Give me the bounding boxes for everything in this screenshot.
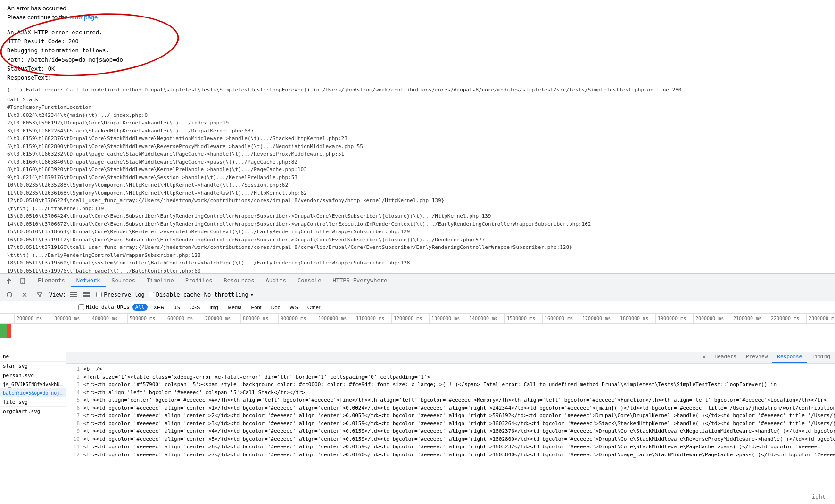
fatal-error-line: ( ! ) Fatal error: Call to undefined met… xyxy=(7,86,828,94)
ajax-error-block: An AJAX HTTP error occurred. HTTP Result… xyxy=(7,28,828,83)
file-item-file[interactable]: file.svg xyxy=(0,397,66,407)
filter-toolbar: Hide data URLs All XHR JS CSS Img Media … xyxy=(0,301,835,314)
svg-point-2 xyxy=(7,292,12,297)
network-waterfall xyxy=(0,324,835,352)
filter-js-btn[interactable]: JS xyxy=(171,304,183,311)
preserve-log-label: Preserve log xyxy=(104,291,145,298)
stack-trace-header: #TimeMemoryFunctionLocation xyxy=(7,104,828,112)
stack-line-3: 3\t0.0159\t1602264\tStack\StackedHttpKer… xyxy=(7,127,828,135)
tab-elements[interactable]: Elements xyxy=(32,275,71,287)
file-item-ne[interactable]: ne xyxy=(0,352,66,362)
throttle-chevron-icon: ▾ xyxy=(250,291,254,298)
tab-network[interactable]: Network xyxy=(71,275,106,287)
status-text-line: StatusText: OK xyxy=(7,65,828,74)
response-tab-preview[interactable]: Preview xyxy=(741,352,772,363)
disable-cache-input[interactable] xyxy=(149,292,154,297)
file-item-person[interactable]: person.svg xyxy=(0,371,66,380)
error-page-link[interactable]: error page xyxy=(69,14,98,21)
stack-trace-container: 1\t0.0024\t242344\t{main}(\t).../ index.… xyxy=(7,112,828,273)
stack-line-17b: \t\t\t( ).../EarlyRenderingControllerWra… xyxy=(7,252,828,260)
stack-line-9: 9\t0.0214\t1879176\tDrupal\Core\StackMid… xyxy=(7,174,828,182)
filter-ws-btn[interactable]: WS xyxy=(286,304,301,311)
svg-rect-6 xyxy=(70,292,77,293)
file-item-orgchart[interactable]: orgchart.svg xyxy=(0,407,66,416)
filter-xhr-btn[interactable]: XHR xyxy=(150,304,168,311)
ajax-error-line: An AJAX HTTP error occurred. xyxy=(7,28,828,37)
tick-11: 1300000 ms xyxy=(429,314,467,323)
stack-line-11: 11\t0.0235\t2036168\tSymfony\Component\H… xyxy=(7,190,828,198)
filter-icon[interactable] xyxy=(34,289,45,300)
tab-console[interactable]: Console xyxy=(292,275,327,287)
stack-line-14: 14\t0.0510\t3706672\tDrupal\Core\EventSu… xyxy=(7,221,828,229)
stack-line-10: 10\t0.0235\t2035288\tSymfony\Component\H… xyxy=(7,182,828,190)
stack-line-19: 19\t0.0511\t3719976\t_batch_page(\t).../… xyxy=(7,267,828,273)
file-item-star[interactable]: star.svg xyxy=(0,362,66,371)
tab-sources[interactable]: Sources xyxy=(106,275,141,287)
response-close-button[interactable]: ✕ xyxy=(699,352,710,363)
error-text: An error has occurred. xyxy=(7,5,68,12)
response-panel: ✕ Headers Preview Response Timing 1<br /… xyxy=(66,352,835,484)
filter-font-btn[interactable]: Font xyxy=(248,304,265,311)
stack-line-13: 13\t0.0510\t3706424\tDrupal\Core\EventSu… xyxy=(7,213,828,221)
tick-12: 1400000 ms xyxy=(467,314,504,323)
stack-line-1: 1\t0.0024\t242344\t{main}(\t).../ index.… xyxy=(7,112,828,120)
svg-rect-7 xyxy=(70,294,77,295)
tick-19: 2100000 ms xyxy=(731,314,769,323)
mobile-icon[interactable] xyxy=(17,275,28,287)
waterfall-bar-2 xyxy=(7,324,11,338)
filter-media-btn[interactable]: Media xyxy=(224,304,245,311)
stack-line-18: 18\t0.0511\t3719560\tDrupal\system\Contr… xyxy=(7,259,828,267)
record-icon[interactable] xyxy=(4,289,15,300)
tick-4: 600000 ms xyxy=(165,314,203,323)
throttle-dropdown[interactable]: No throttling ▾ xyxy=(204,291,254,298)
preserve-log-input[interactable] xyxy=(96,292,102,297)
stack-line-7: 7\t0.0160\t1603840\tDrupal\page_cache\St… xyxy=(7,158,828,166)
clear-icon[interactable] xyxy=(19,289,30,300)
devtools-panel: Elements Network Sources Timeline Profil… xyxy=(0,273,835,484)
hide-data-urls-text: Hide data URLs xyxy=(86,304,130,310)
filter-img-btn[interactable]: Img xyxy=(206,304,221,311)
filter-css-btn[interactable]: CSS xyxy=(186,304,204,311)
tick-20: 2200000 ms xyxy=(769,314,806,323)
tab-timeline[interactable]: Timeline xyxy=(141,275,180,287)
http-result-line: HTTP Result Code: 200 xyxy=(7,37,828,46)
continue-text: Please continue to the error page xyxy=(7,14,828,21)
devtools-tab-bar: Elements Network Sources Timeline Profil… xyxy=(0,274,835,288)
inspect-icon[interactable] xyxy=(4,275,15,287)
stack-line-8: 8\t0.0160\t1603920\tDrupal\Core\StackMid… xyxy=(7,166,828,174)
response-line-9: 9<tr><td bgcolor='#eeeeec' align='center… xyxy=(68,428,833,436)
file-item-js[interactable]: js_6IVJK5IN8fy4vakhK84A57G... xyxy=(0,380,66,389)
view-large-icon[interactable] xyxy=(81,289,92,300)
timeline-ticks: 200000 ms 300000 ms 400000 ms 500000 ms … xyxy=(0,314,835,324)
tick-7: 900000 ms xyxy=(278,314,316,323)
tab-resources[interactable]: Resources xyxy=(218,275,260,287)
filter-doc-btn[interactable]: Doc xyxy=(268,304,284,311)
response-tab-timing[interactable]: Timing xyxy=(807,352,835,363)
response-content: 1<br /> 2<font size='1'><table class='xd… xyxy=(66,364,835,484)
view-label: View: xyxy=(49,291,66,298)
hide-data-urls-checkbox[interactable] xyxy=(78,304,84,310)
file-item-batch[interactable]: batch?id=5&op=do_nojs&op=... xyxy=(0,389,66,397)
response-line-6: 6<tr><td bgcolor='#eeeeec' align='center… xyxy=(68,405,833,413)
response-line-8: 8<tr><td bgcolor='#eeeeec' align='center… xyxy=(68,420,833,428)
filter-other-btn[interactable]: Other xyxy=(304,304,324,311)
tab-profiles[interactable]: Profiles xyxy=(180,275,218,287)
disable-cache-checkbox[interactable]: Disable cache xyxy=(149,291,200,298)
response-tab-response[interactable]: Response xyxy=(772,352,807,363)
response-tab-headers[interactable]: Headers xyxy=(710,352,741,363)
view-list-icon[interactable] xyxy=(68,289,79,300)
filter-search-input[interactable] xyxy=(4,303,75,312)
hide-data-urls-label[interactable]: Hide data URLs xyxy=(78,304,130,310)
waterfall-bars-container xyxy=(0,324,835,352)
tick-9: 1100000 ms xyxy=(354,314,391,323)
filter-all-btn[interactable]: All xyxy=(132,304,148,311)
tick-10: 1200000 ms xyxy=(391,314,429,323)
preserve-log-checkbox[interactable]: Preserve log xyxy=(96,291,145,298)
tab-audits[interactable]: Audits xyxy=(260,275,292,287)
svg-marker-5 xyxy=(37,293,42,297)
tick-5: 700000 ms xyxy=(203,314,240,323)
error-header: An error has occurred. xyxy=(7,5,828,12)
tab-https-everywhere[interactable]: HTTPS Everywhere xyxy=(327,275,393,287)
response-line-7: 7<tr><td bgcolor='#eeeeec' align='center… xyxy=(68,412,833,420)
tick-15: 1700000 ms xyxy=(580,314,618,323)
